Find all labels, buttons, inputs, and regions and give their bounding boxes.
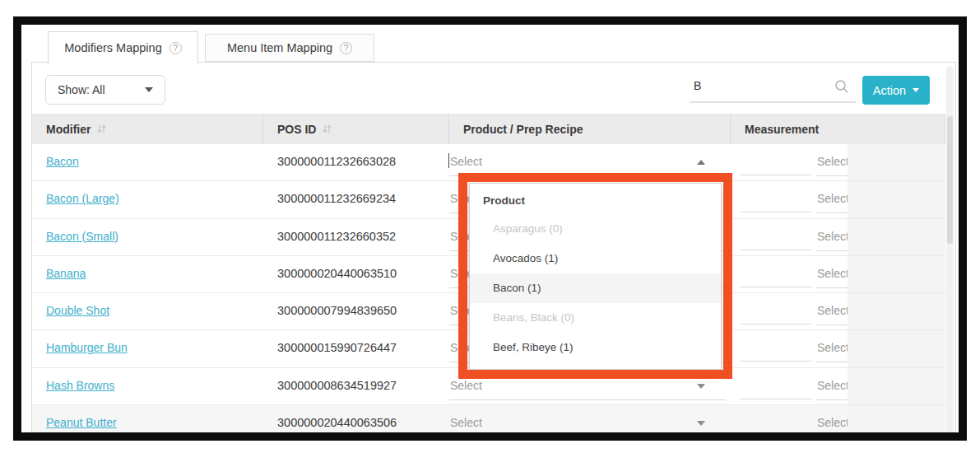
dropdown-group-label: Product <box>470 184 721 214</box>
column-header-modifier[interactable]: Modifier <box>32 114 263 144</box>
help-icon[interactable]: ? <box>340 42 352 54</box>
product-select-dropdown: Product Asparagus (0)Avocados (1)Bacon (… <box>469 183 722 370</box>
column-header-product-prep-recipe: Product / Prep Recipe <box>449 114 731 144</box>
table-rows: Bacon 300000011232663028 Select Select B… <box>32 144 848 433</box>
table-row: Bacon (Small) 300000011232660352 Select … <box>32 219 848 256</box>
product-recipe-select[interactable]: Select <box>449 405 727 433</box>
vertical-scrollbar[interactable] <box>946 67 954 433</box>
modifier-link[interactable]: Double Shot <box>46 304 109 317</box>
dropdown-option[interactable]: Bacon (1) <box>470 273 721 303</box>
measurement-quantity-input[interactable] <box>741 300 811 325</box>
measurement-unit-select[interactable]: Select <box>816 330 848 367</box>
tab-modifiers-mapping[interactable]: Modifiers Mapping ? <box>48 31 198 63</box>
measurement-quantity-input[interactable] <box>741 263 811 287</box>
tab-menu-item-mapping[interactable]: Menu Item Mapping ? <box>205 34 374 62</box>
select-placeholder: Select <box>450 379 482 392</box>
select-placeholder: Select <box>817 267 848 280</box>
select-underline <box>816 175 848 176</box>
tab-label: Modifiers Mapping <box>64 41 161 54</box>
column-label: Modifier <box>46 123 91 136</box>
measurement-quantity-input[interactable] <box>741 375 811 399</box>
chevron-down-icon <box>145 87 153 92</box>
table-right-shade <box>848 144 945 433</box>
search-underline <box>690 101 856 103</box>
search-field[interactable]: B <box>690 74 856 103</box>
select-placeholder: Select <box>817 416 848 429</box>
dropdown-option[interactable]: Beans, Black (0) <box>470 303 721 333</box>
modifier-link[interactable]: Bacon <box>46 155 79 168</box>
pos-id-value: 300000015990726447 <box>277 341 397 354</box>
measurement-unit-select[interactable]: Select <box>816 256 848 293</box>
table-row: Bacon 300000011232663028 Select Select <box>32 144 848 181</box>
measurement-quantity-input[interactable] <box>741 412 811 433</box>
pos-id-value: 300000020440063506 <box>277 416 397 429</box>
column-label: Measurement <box>745 123 819 136</box>
measurement-unit-select[interactable]: Select <box>816 405 848 433</box>
dropdown-option[interactable]: Asparagus (0) <box>470 214 721 244</box>
pos-id-value: 300000008634519927 <box>277 379 397 392</box>
tab-label: Menu Item Mapping <box>227 41 332 54</box>
measurement-unit-select[interactable]: Select <box>816 144 848 181</box>
column-label: POS ID <box>277 123 316 136</box>
select-underline <box>816 362 848 362</box>
select-underline <box>816 325 848 325</box>
measurement-unit-select[interactable]: Select <box>816 219 848 256</box>
select-underline <box>816 287 848 288</box>
action-button[interactable]: Action <box>862 76 930 105</box>
dropdown-option-list: Asparagus (0)Avocados (1)Bacon (1)Beans,… <box>470 214 721 370</box>
table-header: Modifier POS ID Product / Prep Recipe Me… <box>32 114 945 144</box>
modifier-link[interactable]: Hamburger Bun <box>46 341 128 354</box>
column-label: Product / Prep Recipe <box>463 123 583 136</box>
app-window-frame: Modifiers Mapping ? Menu Item Mapping ? … <box>13 16 967 441</box>
measurement-quantity-input[interactable] <box>741 226 811 250</box>
search-icon <box>834 79 849 97</box>
measurement-unit-select[interactable]: Select <box>816 368 848 405</box>
product-recipe-select[interactable]: Select <box>449 144 727 181</box>
measurement-quantity-input[interactable] <box>741 188 811 212</box>
show-filter-dropdown[interactable]: Show: All <box>45 75 165 105</box>
help-icon[interactable]: ? <box>170 42 182 54</box>
dropdown-option[interactable]: Beef, Ribeye (0) <box>470 362 721 370</box>
select-underline <box>816 399 848 400</box>
select-placeholder: Select <box>817 341 848 354</box>
dropdown-option[interactable]: Avocados (1) <box>470 244 721 273</box>
show-filter-label: Show: All <box>58 83 105 96</box>
table-row: Bacon (Large) 300000011232669234 Select … <box>32 181 848 218</box>
measurement-quantity-input[interactable] <box>741 337 811 362</box>
select-placeholder: Select <box>450 416 482 429</box>
select-placeholder: Select <box>817 230 848 243</box>
dropdown-option[interactable]: Beef, Ribeye (1) <box>470 333 721 362</box>
modifier-link[interactable]: Bacon (Large) <box>46 192 119 205</box>
select-placeholder: Select <box>817 379 848 392</box>
modifier-link[interactable]: Bacon (Small) <box>46 230 118 243</box>
modifier-link[interactable]: Peanut Butter <box>46 416 117 429</box>
search-input[interactable]: B <box>694 79 701 92</box>
pos-id-value: 300000007994839650 <box>277 304 397 317</box>
select-underline <box>449 399 726 400</box>
scrollbar-thumb[interactable] <box>947 116 953 244</box>
table-row: Peanut Butter 300000020440063506 Select … <box>32 405 848 433</box>
select-underline <box>816 212 848 213</box>
chevron-icon <box>697 384 705 389</box>
product-recipe-select[interactable]: Select <box>449 368 727 405</box>
measurement-unit-select[interactable]: Select <box>816 293 848 330</box>
measurement-quantity-input[interactable] <box>741 151 811 175</box>
select-underline <box>816 250 848 251</box>
select-placeholder: Select <box>817 155 848 168</box>
column-header-measurement: Measurement <box>731 114 945 144</box>
select-underline <box>449 175 726 176</box>
modifier-link[interactable]: Banana <box>46 267 86 280</box>
chevron-icon <box>697 421 705 426</box>
action-button-label: Action <box>873 84 906 97</box>
modifier-link[interactable]: Hash Browns <box>46 379 114 392</box>
table-row: Hamburger Bun 300000015990726447 Select … <box>32 330 848 367</box>
select-placeholder: Select <box>817 192 848 205</box>
measurement-unit-select[interactable]: Select <box>816 181 848 218</box>
app-content: Modifiers Mapping ? Menu Item Mapping ? … <box>21 25 959 432</box>
sort-icon <box>96 124 107 134</box>
column-header-pos-id[interactable]: POS ID <box>263 114 449 144</box>
table-row: Banana 300000020440063510 Select Select <box>32 256 848 293</box>
pos-id-value: 300000020440063510 <box>277 267 397 280</box>
pos-id-value: 300000011232669234 <box>277 192 396 205</box>
select-placeholder: Select <box>450 155 482 168</box>
